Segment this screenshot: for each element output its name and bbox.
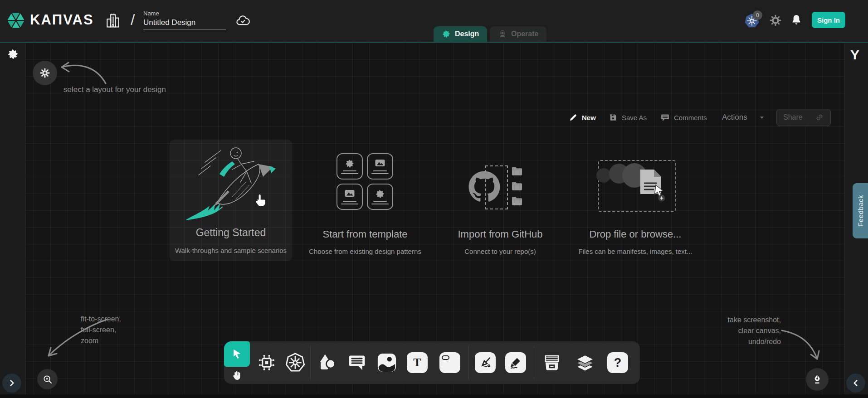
comments-label: Comments: [674, 114, 707, 121]
card-subtitle: Files can be manifests, images, text...: [576, 248, 695, 255]
text-tool-tile: T: [407, 352, 428, 373]
toolbar-divider: [534, 346, 534, 379]
feedback-tab[interactable]: Feedback: [853, 183, 868, 238]
organization-icon[interactable]: [104, 12, 122, 29]
tool-component[interactable]: [256, 352, 277, 373]
layout-hint-text: select a layout for your design: [63, 84, 166, 95]
note-tab-glyph: [442, 355, 449, 360]
layout-picker-button[interactable]: [33, 61, 57, 85]
text-tool-glyph: T: [413, 356, 421, 369]
card-import-github[interactable]: Import from GitHub Connect to your repo(…: [441, 150, 560, 259]
collapse-right-panel-button[interactable]: [846, 374, 865, 393]
hand-pointer-cursor: [254, 193, 268, 208]
sign-in-button[interactable]: Sign In: [812, 12, 845, 28]
cloud-sync-status-icon: [235, 14, 251, 29]
drawer-archive-icon: [541, 352, 562, 373]
card-title: Start from template: [307, 228, 424, 240]
pencil-scribble-icon: [509, 356, 522, 369]
comments-button[interactable]: Comments: [660, 109, 707, 126]
tab-operate[interactable]: Operate: [490, 26, 546, 42]
tool-text[interactable]: T: [407, 352, 428, 373]
tool-kubernetes[interactable]: [285, 352, 306, 373]
tool-layers[interactable]: [575, 352, 595, 373]
note-tool-tile: [439, 352, 460, 373]
hint-line: zoom: [81, 335, 121, 346]
kanvas-logo-icon: [5, 10, 26, 31]
breadcrumb-separator: /: [131, 11, 135, 29]
tile-line: [371, 204, 389, 204]
file-drop-icon: [638, 168, 667, 202]
tool-shapes[interactable]: [317, 352, 338, 373]
template-tile: [367, 153, 393, 180]
hint-line: take screenshot,: [707, 315, 781, 325]
save-as-button[interactable]: Save As: [609, 109, 647, 126]
brand-wordmark: KAΠVAS: [30, 12, 94, 28]
expand-left-panel-button[interactable]: [2, 374, 21, 393]
hint-line: undo/redo: [707, 336, 781, 347]
pen-path-icon: [478, 356, 492, 369]
tool-comment[interactable]: [346, 352, 367, 373]
actions-dropdown[interactable]: Actions: [722, 109, 766, 126]
kanvas-app: KAΠVAS / Name Design Operate 0 Sign In: [0, 0, 868, 398]
card-start-from-template[interactable]: Start from template Choose from existing…: [307, 150, 424, 259]
tool-pen[interactable]: [475, 352, 496, 373]
share-label: Share: [783, 113, 803, 121]
notifications-bell-icon[interactable]: [790, 14, 803, 26]
new-button[interactable]: New: [569, 109, 596, 126]
pencil-tool-tile: [505, 352, 526, 373]
tool-note[interactable]: [439, 352, 460, 373]
yaml-panel-icon[interactable]: Y: [850, 47, 859, 63]
share-button[interactable]: Share: [776, 109, 831, 126]
credits-badge: 0: [753, 10, 762, 20]
tool-pencil[interactable]: [505, 352, 526, 373]
chip-icon: [257, 353, 277, 373]
tile-line: [341, 173, 358, 174]
image-icon: [344, 189, 355, 199]
card-title: Getting Started: [170, 227, 292, 239]
left-rail: [0, 43, 26, 398]
spiral-brand-icon: [7, 48, 19, 60]
template-tiles: [336, 153, 393, 210]
tab-design-label: Design: [455, 30, 479, 38]
spiral-icon: [345, 159, 355, 169]
tab-design[interactable]: Design: [434, 26, 487, 42]
tile-line: [371, 173, 389, 174]
help-glyph: ?: [614, 356, 622, 370]
card-drop-file[interactable]: Drop file or browse... Files can be mani…: [576, 150, 695, 259]
image-icon: [375, 159, 385, 169]
design-name-group: Name: [143, 10, 226, 29]
tool-help[interactable]: ?: [607, 352, 628, 373]
card-getting-started[interactable]: Getting Started Walk-throughs and sample…: [170, 140, 292, 261]
bottom-toolbar: T: [224, 341, 640, 384]
screenshot-pen-button[interactable]: [806, 368, 829, 391]
window-bottom-edge: [0, 394, 868, 398]
tool-pan[interactable]: [224, 367, 250, 384]
spiral-icon: [375, 189, 385, 199]
magnifier-plus-icon: [42, 374, 53, 385]
image-tool-icon: [376, 352, 397, 373]
design-canvas[interactable]: Y Feedback select a layout for your desi…: [0, 42, 868, 398]
tool-archive[interactable]: [541, 352, 562, 373]
actions-label: Actions: [722, 113, 747, 122]
floppy-disk-icon: [609, 113, 618, 122]
settings-gear-icon[interactable]: [769, 14, 782, 27]
design-name-input[interactable]: [143, 17, 226, 29]
tile-line: [373, 201, 387, 202]
card-subtitle: Walk-throughs and sample scenarios: [170, 247, 292, 254]
toolbar-divider: [468, 346, 468, 379]
pencil-icon: [569, 113, 578, 122]
tool-image[interactable]: [376, 352, 397, 373]
folder-icon: [510, 180, 524, 193]
tool-select[interactable]: [224, 341, 250, 367]
github-octocat-icon: [468, 170, 501, 203]
zoom-button[interactable]: [37, 369, 58, 389]
folder-icon: [510, 165, 524, 178]
card-title: Drop file or browse...: [576, 228, 695, 240]
asterisk-icon: [39, 67, 51, 79]
chevron-left-icon: [851, 378, 861, 388]
cursor-arrow-icon: [231, 348, 243, 360]
drop-dot: [596, 168, 611, 183]
folder-icon: [510, 195, 524, 208]
toolbar-divider: [310, 346, 311, 379]
card-subtitle: Choose from existing design patterns: [307, 248, 424, 255]
